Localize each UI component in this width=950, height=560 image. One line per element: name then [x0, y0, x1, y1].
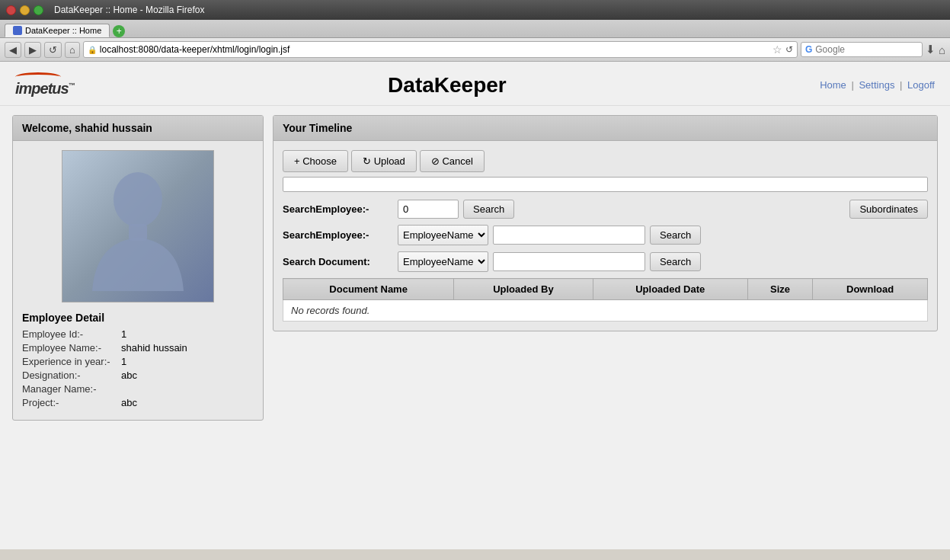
welcome-header: Welcome, shahid hussain [13, 116, 263, 141]
project-row: Project:- abc [22, 397, 254, 408]
window-controls [6, 5, 43, 15]
search-employee-2-label: SearchEmployee:- [283, 229, 393, 241]
back-button[interactable]: ◀ [5, 42, 21, 58]
right-panel: Your Timeline + Choose ↻ Upload ⊘ Cancel… [273, 115, 938, 421]
search-employee-1-input[interactable] [398, 200, 459, 219]
table-header-row: Document Name Uploaded By Uploaded Date … [283, 279, 928, 300]
nav-sep-1: | [851, 79, 856, 91]
choose-button[interactable]: + Choose [283, 150, 348, 172]
tab-favicon [13, 26, 22, 35]
url-bar[interactable] [100, 44, 769, 55]
col-uploaded-date: Uploaded Date [593, 279, 747, 300]
search-employee-2-row: SearchEmployee:- EmployeeName Search [283, 225, 928, 245]
timeline-box: Your Timeline + Choose ↻ Upload ⊘ Cancel… [273, 115, 938, 331]
employee-name-value: shahid hussain [121, 342, 187, 354]
google-logo: G [805, 44, 812, 55]
table-header: Document Name Uploaded By Uploaded Date … [283, 279, 928, 300]
welcome-box: Welcome, shahid hussain [12, 115, 264, 421]
designation-label: Designation:- [22, 370, 121, 381]
app-header: impetus™ DataKeeper Home | Settings | Lo… [0, 62, 950, 106]
search-employee-1-label: SearchEmployee:- [283, 203, 393, 215]
experience-row: Experience in year:- 1 [22, 356, 254, 367]
url-favicon: 🔒 [88, 46, 97, 54]
left-panel: Welcome, shahid hussain [12, 115, 264, 421]
upload-toolbar: + Choose ↻ Upload ⊘ Cancel [283, 150, 928, 172]
employee-detail-title: Employee Detail [22, 312, 254, 324]
employee-name-row: Employee Name:- shahid hussain [22, 342, 254, 354]
empty-message: No records found. [283, 300, 928, 322]
logo-wordmark: impetus™ [15, 80, 75, 97]
main-content: Welcome, shahid hussain [0, 106, 950, 430]
upload-progress-bar [283, 177, 928, 192]
welcome-body: Employee Detail Employee Id:- 1 Employee… [13, 141, 263, 420]
table-row-empty: No records found. [283, 300, 928, 322]
minimize-button[interactable] [20, 5, 30, 15]
browser-search-bar: G [801, 42, 923, 57]
manager-label: Manager Name:- [22, 383, 121, 395]
maximize-button[interactable] [34, 5, 43, 15]
designation-row: Designation:- abc [22, 370, 254, 381]
forward-button[interactable]: ▶ [24, 42, 41, 58]
search-employee-1-button[interactable]: Search [463, 200, 514, 219]
search-employee-1-row: SearchEmployee:- Search Subordinates [283, 200, 928, 219]
employee-name-label: Employee Name:- [22, 342, 121, 354]
header-nav: Home | Settings | Logoff [820, 79, 935, 91]
tab-bar: DataKeeper :: Home + [0, 20, 950, 38]
upload-button[interactable]: ↻ Upload [351, 150, 417, 172]
impetus-logo: impetus™ [15, 72, 75, 98]
nav-sep-2: | [900, 79, 905, 91]
search-employee-2-button[interactable]: Search [650, 226, 701, 245]
avatar [62, 150, 214, 302]
project-value: abc [121, 397, 137, 408]
table-body: No records found. [283, 300, 928, 322]
browser-titlebar: DataKeeper :: Home - Mozilla Firefox [0, 0, 950, 20]
bookmarks-button[interactable]: ⌂ [939, 43, 945, 56]
browser-search-input[interactable] [815, 44, 891, 55]
experience-value: 1 [121, 356, 126, 367]
search-document-row: Search Document: EmployeeName Search [283, 251, 928, 272]
nav-settings-link[interactable]: Settings [859, 79, 894, 91]
employee-id-label: Employee Id:- [22, 328, 121, 340]
subordinates-button[interactable]: Subordinates [849, 200, 928, 219]
svg-rect-1 [129, 224, 147, 241]
home-nav-button[interactable]: ⌂ [65, 42, 80, 58]
project-label: Project:- [22, 397, 121, 408]
search-document-input[interactable] [493, 252, 645, 271]
search-document-dropdown[interactable]: EmployeeName [398, 251, 488, 272]
experience-label: Experience in year:- [22, 356, 121, 367]
search-employee-2-input[interactable] [493, 226, 645, 245]
col-size: Size [747, 279, 812, 300]
url-refresh-icon[interactable]: ↺ [785, 44, 793, 55]
cancel-button[interactable]: ⊘ Cancel [420, 150, 485, 172]
nav-home-link[interactable]: Home [820, 79, 846, 91]
timeline-header: Your Timeline [273, 116, 937, 141]
app-title: DataKeeper [388, 73, 507, 98]
tab-label: DataKeeper :: Home [25, 26, 101, 35]
employee-info: Employee Detail Employee Id:- 1 Employee… [22, 312, 254, 408]
manager-row: Manager Name:- [22, 383, 254, 395]
col-uploaded-by: Uploaded By [454, 279, 593, 300]
documents-table: Document Name Uploaded By Uploaded Date … [283, 278, 928, 322]
url-bar-container: 🔒 ☆ ↺ [83, 41, 798, 58]
search-document-label: Search Document: [283, 256, 393, 267]
svg-point-0 [114, 172, 162, 227]
timeline-body: + Choose ↻ Upload ⊘ Cancel SearchEmploye… [273, 141, 937, 331]
active-tab[interactable]: DataKeeper :: Home [5, 24, 110, 37]
bookmark-star-icon[interactable]: ☆ [772, 43, 782, 56]
reload-button[interactable]: ↺ [44, 42, 62, 58]
employee-id-value: 1 [121, 328, 126, 340]
designation-value: abc [121, 370, 137, 381]
download-nav-button[interactable]: ⬇ [926, 43, 936, 56]
window-title: DataKeeper :: Home - Mozilla Firefox [54, 5, 204, 15]
browser-navbar: ◀ ▶ ↺ ⌂ 🔒 ☆ ↺ G ⬇ ⌂ [0, 38, 950, 62]
avatar-silhouette [85, 162, 191, 291]
employee-id-row: Employee Id:- 1 [22, 328, 254, 340]
col-download: Download [813, 279, 928, 300]
search-document-button[interactable]: Search [650, 252, 701, 271]
page: impetus™ DataKeeper Home | Settings | Lo… [0, 62, 950, 549]
close-button[interactable] [6, 5, 16, 15]
search-employee-2-dropdown[interactable]: EmployeeName [398, 225, 488, 245]
col-document-name: Document Name [283, 279, 454, 300]
new-tab-button[interactable]: + [113, 25, 125, 37]
nav-logoff-link[interactable]: Logoff [907, 79, 935, 91]
